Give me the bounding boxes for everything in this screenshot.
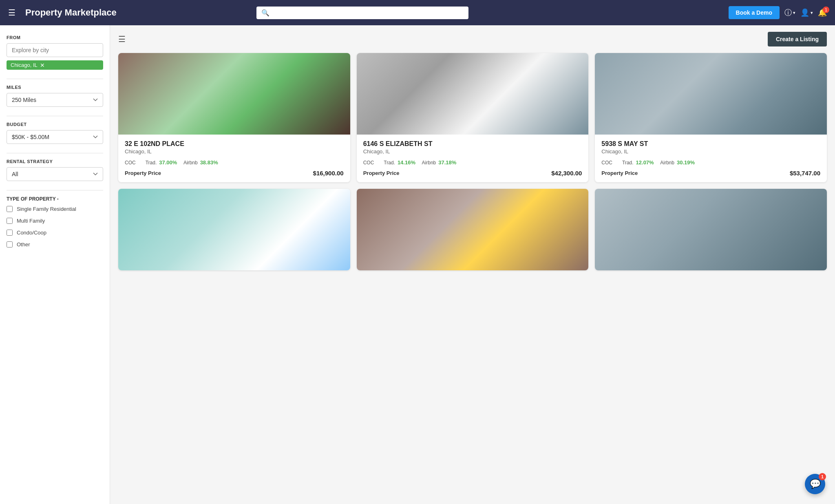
trad-value: 14.16%	[398, 159, 415, 166]
airbnb-value: 38.83%	[200, 159, 218, 166]
miles-select[interactable]: 250 Miles 25 Miles 50 Miles 100 Miles 50…	[7, 93, 103, 107]
price-value: $53,747.00	[790, 170, 820, 177]
property-card[interactable]	[595, 189, 827, 270]
airbnb-label: Airbnb	[422, 160, 436, 166]
property-card[interactable]	[118, 189, 350, 270]
trad-label: Trad.	[384, 160, 395, 166]
property-info: 6146 S ELIZABETH ST Chicago, IL COC Trad…	[357, 135, 589, 182]
property-card[interactable]: 5938 S MAY ST Chicago, IL COC Trad. 12.0…	[595, 53, 827, 182]
divider-1	[7, 79, 103, 79]
chip-label: Chicago, IL	[11, 62, 38, 68]
checkbox-label-other: Other	[17, 241, 30, 248]
selected-city-chip[interactable]: Chicago, IL ✕	[7, 60, 103, 70]
coc-label: COC	[125, 160, 136, 166]
trad-label: Trad.	[622, 160, 634, 166]
menu-icon[interactable]: ☰	[8, 8, 15, 18]
type-of-property-label: TYPE OF PROPERTY -	[7, 196, 103, 202]
divider-2	[7, 116, 103, 116]
property-image	[357, 53, 589, 135]
property-city: Chicago, IL	[601, 148, 820, 155]
property-type-other[interactable]: Other	[7, 241, 103, 248]
property-metrics: COC Trad. 37.00% Airbnb 38.83%	[125, 159, 344, 166]
divider-3	[7, 153, 103, 153]
property-grid: 32 E 102ND PLACE Chicago, IL COC Trad. 3…	[118, 53, 827, 270]
property-image	[595, 53, 827, 135]
checkbox-other[interactable]	[7, 241, 13, 248]
city-search-input[interactable]	[7, 43, 103, 57]
property-city: Chicago, IL	[363, 148, 582, 155]
chip-close-icon[interactable]: ✕	[40, 62, 45, 68]
property-address: 6146 S ELIZABETH ST	[363, 140, 582, 148]
rental-strategy-label: RENTAL STRATEGY	[7, 159, 103, 164]
notification-button[interactable]: 🔔 1	[818, 8, 827, 17]
trad-value: 37.00%	[159, 159, 177, 166]
budget-label: BUDGET	[7, 122, 103, 127]
coc-label: COC	[601, 160, 612, 166]
property-metrics: COC Trad. 14.16% Airbnb 37.18%	[363, 159, 582, 166]
property-type-single-family[interactable]: Single Family Residential	[7, 206, 103, 212]
price-value: $16,900.00	[313, 170, 344, 177]
filter-icon[interactable]: ☰	[118, 34, 126, 44]
checkbox-multi-family[interactable]	[7, 218, 13, 224]
property-price-row: Property Price $53,747.00	[601, 170, 820, 177]
property-type-multi-family[interactable]: Multi Family	[7, 218, 103, 224]
sidebar: FROM Chicago, IL ✕ MILES 250 Miles 25 Mi…	[0, 25, 110, 504]
header-actions: Book a Demo ⓘ ▾ 👤 ▾ 🔔 1	[729, 6, 827, 19]
property-info: 5938 S MAY ST Chicago, IL COC Trad. 12.0…	[595, 135, 827, 182]
user-icon-button[interactable]: 👤 ▾	[800, 8, 813, 17]
create-listing-button[interactable]: Create a Listing	[768, 32, 827, 46]
property-card[interactable]: 6146 S ELIZABETH ST Chicago, IL COC Trad…	[357, 53, 589, 182]
from-label: FROM	[7, 35, 103, 40]
property-card[interactable]	[357, 189, 589, 270]
chat-icon: 💬	[810, 479, 821, 489]
search-icon: 🔍	[261, 9, 269, 17]
coc-label: COC	[363, 160, 374, 166]
help-icon-button[interactable]: ⓘ ▾	[784, 8, 795, 18]
trad-label: Trad.	[146, 160, 157, 166]
property-image	[118, 53, 350, 135]
trad-value: 12.07%	[636, 159, 654, 166]
miles-label: MILES	[7, 85, 103, 90]
property-metrics: COC Trad. 12.07% Airbnb 30.19%	[601, 159, 820, 166]
main-content: ☰ Create a Listing 32 E 102ND PLACE Chic…	[110, 25, 835, 504]
airbnb-value: 30.19%	[677, 159, 695, 166]
property-image	[357, 189, 589, 270]
airbnb-label: Airbnb	[183, 160, 198, 166]
chat-notification-badge: 1	[819, 473, 826, 480]
price-label: Property Price	[125, 170, 161, 176]
checkbox-label-multi-family: Multi Family	[17, 218, 45, 224]
property-type-condo[interactable]: Condo/Coop	[7, 230, 103, 236]
property-image	[595, 189, 827, 270]
airbnb-label: Airbnb	[660, 160, 674, 166]
property-city: Chicago, IL	[125, 148, 344, 155]
checkbox-condo[interactable]	[7, 230, 13, 236]
airbnb-value: 37.18%	[438, 159, 456, 166]
budget-select[interactable]: $50K - $5.00M $50K - $1.00M $100K - $500…	[7, 130, 103, 144]
divider-4	[7, 190, 103, 190]
price-label: Property Price	[363, 170, 400, 176]
property-card[interactable]: 32 E 102ND PLACE Chicago, IL COC Trad. 3…	[118, 53, 350, 182]
property-price-row: Property Price $42,300.00	[363, 170, 582, 177]
app-title: Property Marketplace	[25, 7, 117, 18]
rental-strategy-select[interactable]: All Traditional Airbnb	[7, 167, 103, 181]
checkbox-single-family[interactable]	[7, 206, 13, 212]
notification-badge: 1	[823, 7, 829, 13]
property-info: 32 E 102ND PLACE Chicago, IL COC Trad. 3…	[118, 135, 350, 182]
checkbox-label-single-family: Single Family Residential	[17, 206, 76, 212]
property-address: 32 E 102ND PLACE	[125, 140, 344, 148]
checkbox-label-condo: Condo/Coop	[17, 230, 46, 236]
property-price-row: Property Price $16,900.00	[125, 170, 344, 177]
app-header: ☰ Property Marketplace 🔍 Book a Demo ⓘ ▾…	[0, 0, 835, 25]
book-demo-button[interactable]: Book a Demo	[729, 6, 780, 19]
search-input[interactable]	[273, 9, 464, 16]
content-topbar: ☰ Create a Listing	[118, 32, 827, 46]
chat-bubble-button[interactable]: 💬 1	[805, 474, 825, 494]
search-bar: 🔍	[256, 7, 468, 19]
price-label: Property Price	[601, 170, 638, 176]
price-value: $42,300.00	[551, 170, 582, 177]
main-layout: FROM Chicago, IL ✕ MILES 250 Miles 25 Mi…	[0, 25, 835, 504]
property-image	[118, 189, 350, 270]
property-address: 5938 S MAY ST	[601, 140, 820, 148]
